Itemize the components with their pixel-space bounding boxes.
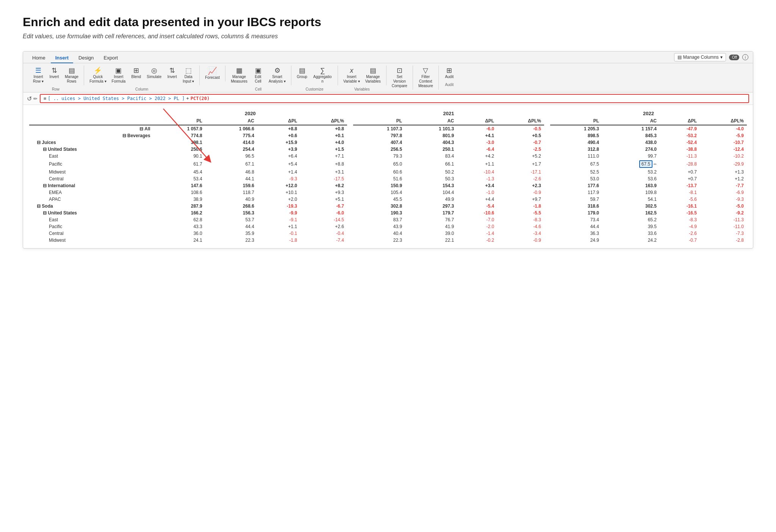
ribbon: Home Insert Design Export ▤ Manage Colum… (23, 52, 753, 92)
row-label-cell: Central (29, 175, 153, 182)
spacer-cell (544, 210, 550, 216)
tab-design[interactable]: Design (74, 53, 98, 63)
cell-y2021-2: -6.4 (457, 146, 497, 153)
spacer-cell (347, 223, 353, 230)
cell-y2020-0: 1 057.9 (153, 125, 205, 132)
manage-rows-button[interactable]: ▤ ManageRows (63, 66, 81, 85)
cell-y2020-0: 108.6 (153, 189, 205, 196)
cell-y2021-1: 22.1 (405, 237, 457, 244)
blend-button[interactable]: ⊞ Blend (128, 66, 144, 81)
cell-y2020-1: 159.6 (205, 182, 257, 189)
cell-y2021-2: -2.0 (457, 223, 497, 230)
manage-variables-button[interactable]: ▤ ManageVariables (363, 66, 383, 85)
cell-y2021-2: +3.4 (457, 182, 497, 189)
cell-y2022-2: -0.7 (660, 237, 700, 244)
cell-y2021-2: -6.0 (457, 125, 497, 132)
cell-y2020-2: -9.3 (257, 175, 300, 182)
spacer-cell (544, 182, 550, 189)
cell-y2021-2: -7.0 (457, 216, 497, 223)
spacer-cell (347, 216, 353, 223)
audit-button[interactable]: ⊞ Audit (442, 66, 457, 81)
spacer-cell (544, 153, 550, 160)
edit-cell-button[interactable]: ▣ EditCell (250, 66, 266, 85)
cell-y2021-1: 801.9 (405, 132, 457, 139)
forecast-button[interactable]: 📈 Forecast (203, 66, 222, 81)
manage-rows-icon: ▤ (69, 67, 75, 74)
aggregation-button[interactable]: ∑ Aggregation (310, 66, 335, 85)
cell-y2022-0: 36.3 (550, 230, 602, 237)
insert-formula-button[interactable]: ▣ InsertFormula (110, 66, 128, 85)
cell-y2020-1: 44.1 (205, 175, 257, 182)
filter-icon: ▽ (423, 67, 428, 74)
invert2-button[interactable]: ⇅ Invert (164, 66, 180, 81)
aggregation-icon: ∑ (320, 67, 325, 74)
cell-y2020-2: +2.0 (257, 196, 300, 203)
toggle-off-button[interactable]: Off (729, 55, 739, 60)
tab-insert[interactable]: Insert (51, 53, 73, 63)
data-input-button[interactable]: ⬚ DataInput ▾ (180, 66, 196, 85)
invert-button[interactable]: ⇅ Invert (47, 66, 62, 81)
cell-y2022-0: 24.9 (550, 237, 602, 244)
insert-row-button[interactable]: ☰ InsertRow ▾ (31, 66, 46, 85)
cell-y2021-3: -17.1 (497, 169, 544, 175)
insert-row-icon: ☰ (35, 67, 41, 74)
chevron-down-icon: ▾ (720, 55, 723, 60)
cell-y2022-2: +0.7 (660, 169, 700, 175)
cell-y2020-1: 414.0 (205, 139, 257, 146)
spacer-cell (347, 189, 353, 196)
tab-export[interactable]: Export (99, 53, 123, 63)
smart-analysis-button[interactable]: ⚙ SmartAnalysis ▾ (266, 66, 288, 85)
blend-icon: ⊞ (133, 67, 139, 74)
2021-ac-header: AC (405, 117, 457, 125)
cell-y2021-2: -0.2 (457, 237, 497, 244)
table-row: ⊟ United States250.6254.4+3.9+1.5256.525… (29, 146, 747, 153)
cell-y2022-0: 53.0 (550, 175, 602, 182)
cell-y2021-1: 250.1 (405, 146, 457, 153)
pencil-icon[interactable]: ✏ (33, 96, 38, 102)
page-title: Enrich and edit data presented in your I… (23, 15, 753, 29)
cell-y2021-1: 83.4 (405, 153, 457, 160)
cell-y2020-2: +15.9 (257, 139, 300, 146)
cell-y2022-0: 67.5 (550, 160, 602, 169)
cell-y2021-1: 297.3 (405, 203, 457, 210)
ribbon-group-forecast: 📈 Forecast (200, 66, 225, 81)
set-version-compare-button[interactable]: ⊡ SetVersionCompare (390, 66, 410, 90)
insert-variable-button[interactable]: x InsertVariable ▾ (341, 66, 362, 85)
simulate-button[interactable]: ◎ Simulate (144, 66, 164, 81)
cell-y2022-3: -5.9 (700, 132, 747, 139)
cell-y2021-1: 49.9 (405, 196, 457, 203)
cell-y2020-2: -0.1 (257, 230, 300, 237)
cell-y2020-1: 156.3 (205, 210, 257, 216)
tab-home[interactable]: Home (28, 53, 50, 63)
cell-y2022-0: 59.7 (550, 196, 602, 203)
cell-y2022-1: 53.2 (602, 169, 660, 175)
filter-context-measure-button[interactable]: ▽ FilterContextMeasure (416, 66, 435, 90)
formula-function: PCT(20) (191, 96, 210, 101)
cell-y2020-3: -6.7 (300, 203, 347, 210)
cell-y2020-0: 166.2 (153, 210, 205, 216)
cell-y2020-0: 147.6 (153, 182, 205, 189)
cell-y2020-2: +8.8 (257, 125, 300, 132)
spacer-cell (544, 175, 550, 182)
spacer-cell (347, 160, 353, 169)
table-row: APAC38.940.9+2.0+5.145.549.9+4.4+9.759.7… (29, 196, 747, 203)
group-button[interactable]: ▤ Group (294, 66, 310, 81)
cell-y2020-3: +3.1 (300, 169, 347, 175)
spacer-cell (347, 182, 353, 189)
cell-y2022-1: 54.1 (602, 196, 660, 203)
manage-columns-button[interactable]: ▤ Manage Columns ▾ (674, 53, 726, 61)
info-icon[interactable]: i (742, 54, 748, 60)
undo-icon[interactable]: ↺ (27, 95, 32, 102)
cell-y2022-1: 67.5 ✏ (602, 160, 660, 169)
spacer-cell (544, 132, 550, 139)
manage-measures-button[interactable]: ▦ ManageMeasures (228, 66, 250, 85)
cell-y2020-1: 46.8 (205, 169, 257, 175)
cell-y2020-0: 43.3 (153, 223, 205, 230)
formula-input[interactable]: = [ .. uices > United States > Pacific >… (40, 94, 749, 103)
label-header (29, 117, 153, 125)
2022-ac-header: AC (602, 117, 660, 125)
spacer-cell (347, 153, 353, 160)
data-table: 2020 2021 2022 PL AC ΔPL ΔPL% PL (29, 110, 747, 244)
cell-y2022-2: +0.7 (660, 175, 700, 182)
quick-formula-button[interactable]: ⚡ QuickFormula ▾ (87, 66, 108, 85)
